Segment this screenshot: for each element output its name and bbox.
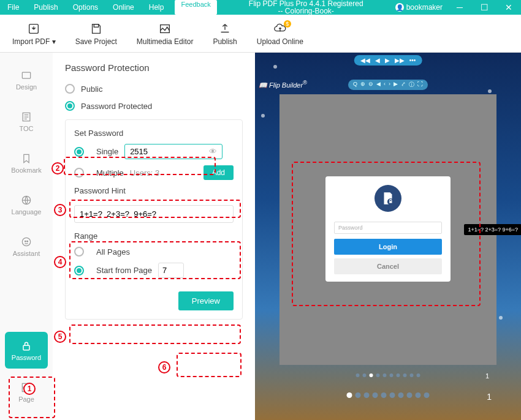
title-line2: -- Coloring-Book-	[217, 7, 395, 15]
toc-tab[interactable]: TOC	[0, 103, 53, 140]
menu-online[interactable]: Online	[105, 0, 142, 15]
username: bookmaker	[406, 3, 443, 12]
single-label: Single	[96, 147, 118, 156]
first-mini-icon[interactable]: ◀	[376, 81, 381, 89]
preview-toolbar[interactable]: Q ⊕ ⊖ ◀ ‹ › ▶ ⤤ ⓘ ⛶	[348, 80, 428, 90]
nav-next-icon[interactable]: ▶	[385, 57, 390, 64]
radio-multiple[interactable]	[74, 168, 84, 178]
range-title: Range	[74, 231, 234, 241]
publish-button[interactable]: Publish	[203, 17, 246, 51]
page-label: Page	[18, 396, 34, 403]
save-label: Save Project	[75, 37, 117, 46]
user-info[interactable]: 👤 bookmaker	[395, 3, 443, 12]
nav-prev-icon[interactable]: ◀	[375, 57, 380, 64]
eye-icon[interactable]: 👁	[209, 147, 217, 156]
flip-builder-logo: 📖 Flip Builder®	[259, 80, 307, 89]
design-icon	[20, 69, 33, 82]
bookmark-label: Bookmark	[11, 167, 42, 174]
bookmark-tab[interactable]: Bookmark	[0, 144, 53, 181]
radio-protected[interactable]	[65, 101, 75, 111]
svg-point-7	[25, 241, 26, 242]
hint-input[interactable]	[74, 205, 234, 223]
close-button[interactable]: ✕	[496, 0, 521, 15]
multimedia-label: Multimedia Editor	[137, 37, 194, 46]
import-pdf-button[interactable]: Import PDF ▾	[2, 17, 66, 51]
publish-label: Publish	[213, 37, 237, 46]
start-from-row: Start from Page	[74, 263, 234, 278]
menu-help[interactable]: Help	[142, 0, 172, 15]
share-mini-icon[interactable]: ⤤	[401, 81, 406, 89]
info-mini-icon[interactable]: ⓘ	[409, 81, 414, 89]
fullscreen-mini-icon[interactable]: ⛶	[417, 81, 423, 89]
nav-pill[interactable]: ◀◀ ◀ ▶ ▶▶ •••	[354, 55, 422, 66]
radio-public[interactable]	[65, 84, 75, 94]
menu-file[interactable]: File	[0, 0, 26, 15]
upload-online-button[interactable]: $ Upload Online	[247, 17, 313, 51]
assistant-tab[interactable]: Assistant	[0, 228, 53, 264]
password-label: Password	[12, 354, 41, 361]
step-3-marker: 3	[54, 204, 66, 216]
search-mini-icon[interactable]: Q	[353, 81, 357, 89]
radio-all-pages[interactable]	[74, 247, 84, 257]
toc-icon	[20, 110, 33, 124]
radio-single[interactable]	[74, 147, 84, 157]
multimedia-icon	[158, 21, 172, 36]
toolbar: Import PDF ▾ Save Project Multimedia Edi…	[0, 15, 521, 53]
toc-label: TOC	[19, 125, 33, 132]
dollar-badge: $	[284, 20, 291, 28]
last-mini-icon[interactable]: ▶	[394, 81, 398, 89]
import-label: Import PDF ▾	[12, 37, 56, 46]
publish-icon	[218, 21, 232, 36]
svg-point-8	[27, 241, 28, 242]
titlebar: File Publish Options Online Help Feedbac…	[0, 0, 521, 15]
radio-start-from[interactable]	[74, 266, 84, 276]
feedback-button[interactable]: Feedback	[175, 0, 216, 15]
nav-last-icon[interactable]: ▶▶	[395, 57, 405, 64]
add-button[interactable]: Add	[203, 165, 234, 180]
minimize-button[interactable]: ─	[447, 0, 472, 15]
language-tab[interactable]: Language	[0, 186, 53, 223]
password-input[interactable]	[130, 147, 203, 156]
language-label: Language	[12, 208, 42, 216]
nav-more-icon[interactable]: •••	[409, 57, 416, 64]
assistant-icon	[20, 235, 33, 249]
password-tab[interactable]: Password	[5, 332, 48, 369]
protected-label: Password Protected	[81, 102, 152, 111]
save-icon	[89, 21, 104, 36]
settings-panel: Password Protection Public Password Prot…	[53, 53, 255, 420]
save-project-button[interactable]: Save Project	[66, 17, 127, 51]
multiple-label: Multiple	[96, 168, 124, 178]
protected-option[interactable]: Password Protected	[65, 99, 243, 113]
zoomout-mini-icon[interactable]: ⊖	[368, 81, 373, 89]
maximize-button[interactable]: ☐	[472, 0, 496, 15]
all-pages-label: All Pages	[96, 247, 130, 257]
start-page-input[interactable]	[158, 263, 184, 278]
app-title: Flip PDF Plus Pro 4.4.1 Registered -- Co…	[217, 0, 395, 15]
multimedia-editor-button[interactable]: Multimedia Editor	[127, 17, 203, 51]
svg-rect-3	[22, 72, 30, 78]
preview-pane: ◀◀ ◀ ▶ ▶▶ ••• 📖 Flip Builder® Q ⊕ ⊖ ◀ ‹ …	[255, 53, 521, 420]
left-tabs: Design TOC Bookmark Language Assistant P…	[0, 53, 53, 420]
step-6-marker: 6	[158, 361, 170, 373]
window-controls: ─ ☐ ✕	[447, 0, 521, 15]
design-label: Design	[16, 83, 37, 91]
menu-publish[interactable]: Publish	[26, 0, 65, 15]
nav-first-icon[interactable]: ◀◀	[360, 57, 370, 64]
users-count: Users: 3	[130, 168, 159, 178]
step-5-marker: 5	[54, 331, 66, 343]
all-pages-row[interactable]: All Pages	[74, 247, 234, 257]
design-tab[interactable]: Design	[0, 61, 53, 98]
preview-button[interactable]: Preview	[178, 291, 234, 310]
menu-options[interactable]: Options	[66, 0, 105, 15]
set-password-title: Set Password	[74, 129, 234, 138]
zoomin-mini-icon[interactable]: ⊕	[360, 81, 365, 89]
public-option[interactable]: Public	[65, 81, 243, 96]
cloud-upload-icon: $	[273, 21, 287, 36]
password-input-box: 👁	[124, 144, 222, 159]
prev-mini-icon[interactable]: ‹	[384, 81, 386, 89]
svg-rect-9	[23, 345, 29, 350]
page-dots-top[interactable]	[356, 373, 420, 377]
next-mini-icon[interactable]: ›	[389, 81, 390, 89]
page-dots-bottom[interactable]	[347, 392, 430, 398]
step-2-marker: 2	[51, 162, 64, 174]
